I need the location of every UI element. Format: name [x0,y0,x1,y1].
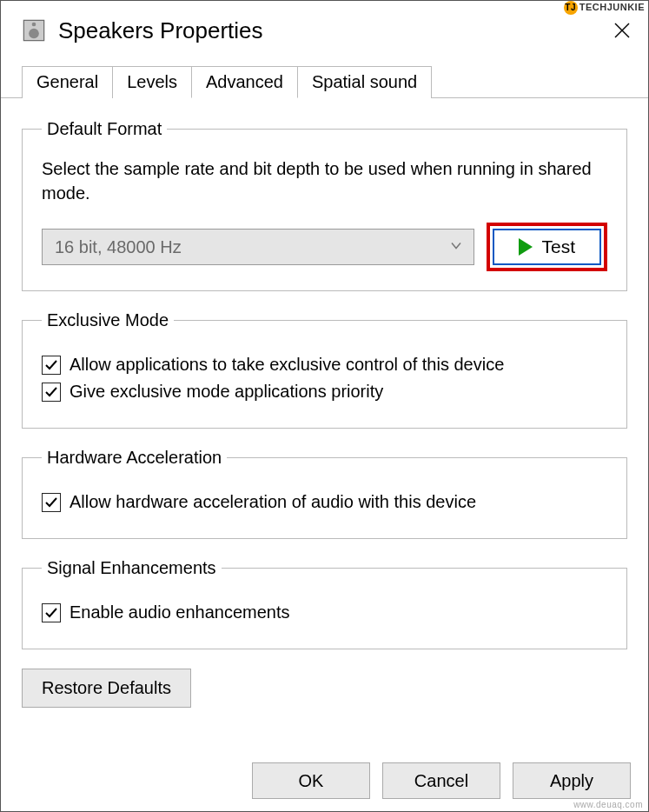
checkbox-row-audio-enhancements: Enable audio enhancements [42,602,607,622]
ok-button[interactable]: OK [252,762,370,799]
tab-levels[interactable]: Levels [112,66,192,98]
check-icon [44,606,58,620]
tab-strip: General Levels Advanced Spatial sound [1,65,648,98]
check-icon [44,496,58,509]
checkbox-hw-accel[interactable] [42,493,61,512]
speaker-icon [22,18,46,43]
checkbox-row-exclusive-control: Allow applications to take exclusive con… [42,355,607,375]
tab-content-advanced: Default Format Select the sample rate an… [1,98,648,649]
check-icon [44,358,58,372]
apply-button[interactable]: Apply [513,762,631,799]
checkbox-label: Allow applications to take exclusive con… [70,355,504,375]
sample-rate-dropdown[interactable]: 16 bit, 48000 Hz [42,229,474,265]
test-button-highlight: Test [487,223,607,271]
svg-point-1 [29,29,39,39]
properties-window: TJTECHJUNKIE Speakers Properties General… [0,0,649,812]
tj-logo-icon: TJ [564,1,578,15]
format-row: 16 bit, 48000 Hz Test [42,223,607,271]
window-title: Speakers Properties [58,17,263,44]
legend-default-format: Default Format [42,119,167,139]
default-format-description: Select the sample rate and bit depth to … [42,156,607,205]
tab-advanced[interactable]: Advanced [191,66,298,98]
chevron-down-icon [449,237,463,257]
cancel-button[interactable]: Cancel [382,762,500,799]
group-hardware-acceleration: Hardware Acceleration Allow hardware acc… [22,448,627,539]
svg-point-2 [32,23,36,27]
checkbox-row-hw-accel: Allow hardware acceleration of audio wit… [42,492,607,512]
legend-exclusive-mode: Exclusive Mode [42,310,174,330]
checkbox-label: Allow hardware acceleration of audio wit… [70,492,476,512]
test-button[interactable]: Test [493,229,601,265]
checkbox-exclusive-priority[interactable] [42,383,61,402]
checkbox-label: Give exclusive mode applications priorit… [70,382,383,402]
titlebar: Speakers Properties [1,1,648,55]
group-default-format: Default Format Select the sample rate an… [22,119,627,291]
checkbox-exclusive-control[interactable] [42,356,61,375]
group-exclusive-mode: Exclusive Mode Allow applications to tak… [22,310,627,429]
close-button[interactable] [610,18,634,43]
tab-spatial-sound[interactable]: Spatial sound [297,66,432,98]
sample-rate-value: 16 bit, 48000 Hz [55,237,182,257]
checkbox-label: Enable audio enhancements [70,602,290,622]
restore-defaults-button[interactable]: Restore Defaults [22,669,191,708]
watermark-bottom: www.deuaq.com [573,800,643,809]
test-button-label: Test [541,236,575,257]
checkbox-audio-enhancements[interactable] [42,603,61,622]
watermark-top: TJTECHJUNKIE [564,1,645,15]
dialog-button-bar: OK Cancel Apply [252,762,631,799]
tab-general[interactable]: General [22,66,113,98]
group-signal-enhancements: Signal Enhancements Enable audio enhance… [22,558,627,649]
legend-signal-enhancements: Signal Enhancements [42,558,222,578]
legend-hardware-acceleration: Hardware Acceleration [42,448,227,468]
checkbox-row-exclusive-priority: Give exclusive mode applications priorit… [42,382,607,402]
play-icon [519,238,533,256]
close-icon [613,22,631,39]
check-icon [44,385,58,399]
